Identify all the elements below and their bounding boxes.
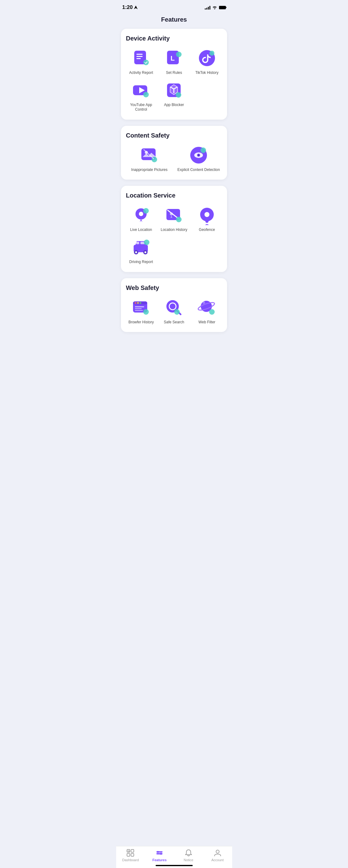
time-display: 1:20 — [122, 4, 133, 10]
feature-driving-report[interactable]: Driving Report — [126, 238, 156, 265]
svg-point-44 — [144, 251, 146, 253]
svg-point-50 — [140, 302, 141, 304]
feature-inappropriate-pictures[interactable]: Inappropriate Pictures — [126, 145, 173, 173]
live-location-icon — [131, 205, 151, 225]
feature-app-blocker[interactable]: App Blocker — [159, 81, 189, 112]
scroll-content: Device Activity Activity Report — [116, 29, 232, 366]
section-title-device-activity: Device Activity — [126, 35, 222, 42]
inappropriate-pictures-icon-wrap — [140, 145, 159, 165]
svg-point-45 — [144, 240, 149, 245]
location-history-icon — [164, 205, 184, 225]
svg-point-58 — [174, 309, 180, 315]
feature-safe-search[interactable]: Safe Search — [159, 298, 189, 325]
svg-point-48 — [135, 302, 137, 304]
web-filter-label: Web Filter — [199, 320, 215, 325]
svg-marker-0 — [134, 6, 138, 9]
driving-report-icon-wrap — [131, 238, 151, 257]
set-rules-label: Set Rules — [166, 70, 182, 75]
browser-history-label: Browfer History — [128, 320, 154, 325]
geofence-icon — [197, 205, 217, 225]
activity-report-icon — [131, 48, 151, 68]
live-location-icon-wrap — [131, 205, 151, 225]
feature-live-location[interactable]: Live Location — [126, 205, 156, 232]
location-arrow-icon — [134, 6, 138, 9]
app-blocker-label: App Blocker — [164, 103, 184, 107]
svg-text:L: L — [171, 54, 175, 62]
tiktok-history-label: TikTok History — [195, 70, 219, 75]
svg-rect-2 — [137, 54, 143, 55]
svg-point-42 — [135, 251, 137, 253]
inappropriate-pictures-label: Inappropriate Pictures — [131, 167, 167, 173]
wifi-icon — [212, 6, 217, 9]
set-rules-icon: L — [164, 48, 184, 68]
section-title-content-safety: Content Safety — [126, 132, 222, 139]
svg-point-5 — [143, 60, 149, 65]
location-history-label: Location History — [161, 227, 187, 232]
driving-report-icon — [131, 238, 151, 257]
svg-rect-52 — [135, 308, 142, 309]
svg-point-61 — [203, 301, 205, 304]
activity-report-label: Activity Report — [129, 70, 153, 75]
section-content-safety: Content Safety Inappropriate Pictures — [121, 126, 227, 180]
driving-report-label: Driving Report — [129, 260, 153, 265]
svg-point-10 — [209, 51, 214, 56]
safe-search-icon — [164, 298, 184, 317]
browser-history-icon-wrap — [131, 298, 151, 317]
svg-point-30 — [143, 208, 149, 214]
feature-explicit-content[interactable]: Explicit Content Detection — [175, 145, 223, 173]
device-activity-grid: Activity Report L Set Rules — [126, 48, 222, 112]
svg-point-29 — [139, 212, 143, 216]
explicit-content-icon-wrap — [189, 145, 208, 165]
page-title: Features — [116, 12, 232, 29]
svg-point-8 — [176, 52, 181, 57]
feature-web-filter[interactable]: Web Filter — [192, 298, 222, 325]
safe-search-icon-wrap — [164, 298, 184, 317]
app-blocker-icon-wrap — [164, 81, 184, 100]
feature-geofence[interactable]: Geofence — [192, 205, 222, 232]
location-history-icon-wrap — [164, 205, 184, 225]
web-filter-icon — [197, 298, 217, 317]
feature-tiktok-history[interactable]: TikTok History — [192, 48, 222, 75]
feature-browser-history[interactable]: Browfer History — [126, 298, 156, 325]
svg-rect-3 — [137, 56, 143, 57]
inappropriate-pictures-icon — [140, 145, 159, 165]
app-blocker-icon — [164, 81, 184, 100]
svg-point-62 — [209, 309, 215, 315]
geofence-icon-wrap — [197, 205, 217, 225]
svg-rect-53 — [135, 310, 143, 311]
geofence-label: Geofence — [199, 227, 215, 232]
status-bar: 1:20 — [116, 0, 232, 12]
section-title-web-safety: Web Safety — [126, 284, 222, 291]
live-location-label: Live Location — [130, 227, 152, 232]
svg-point-36 — [204, 212, 209, 217]
tiktok-history-icon — [197, 48, 217, 68]
feature-youtube-app-control[interactable]: YouTube App Control — [126, 81, 156, 112]
svg-point-34 — [176, 217, 181, 222]
svg-point-54 — [143, 309, 149, 315]
youtube-icon — [131, 81, 151, 100]
section-location-service: Location Service Live Location — [121, 186, 227, 272]
feature-location-history[interactable]: Location History — [159, 205, 189, 232]
location-service-grid: Live Location Location History — [126, 205, 222, 264]
web-filter-icon-wrap — [197, 298, 217, 317]
web-safety-grid: Browfer History Safe Search — [126, 298, 222, 325]
svg-rect-51 — [135, 306, 144, 307]
svg-point-49 — [137, 302, 139, 304]
svg-rect-4 — [137, 58, 141, 59]
safe-search-label: Safe Search — [164, 320, 184, 325]
youtube-label: YouTube App Control — [126, 103, 156, 112]
status-icons — [205, 5, 226, 9]
feature-set-rules[interactable]: L Set Rules — [159, 48, 189, 75]
svg-point-18 — [176, 92, 181, 98]
youtube-icon-wrap — [131, 81, 151, 100]
browser-history-icon — [131, 298, 151, 317]
section-device-activity: Device Activity Activity Report — [121, 29, 227, 120]
svg-point-13 — [143, 92, 149, 97]
explicit-content-icon — [189, 145, 208, 165]
section-title-location-service: Location Service — [126, 192, 222, 199]
svg-point-37 — [205, 220, 208, 223]
feature-activity-report[interactable]: Activity Report — [126, 48, 156, 75]
svg-rect-39 — [136, 242, 139, 244]
activity-report-icon-wrap — [131, 48, 151, 68]
tiktok-history-icon-wrap — [197, 48, 217, 68]
